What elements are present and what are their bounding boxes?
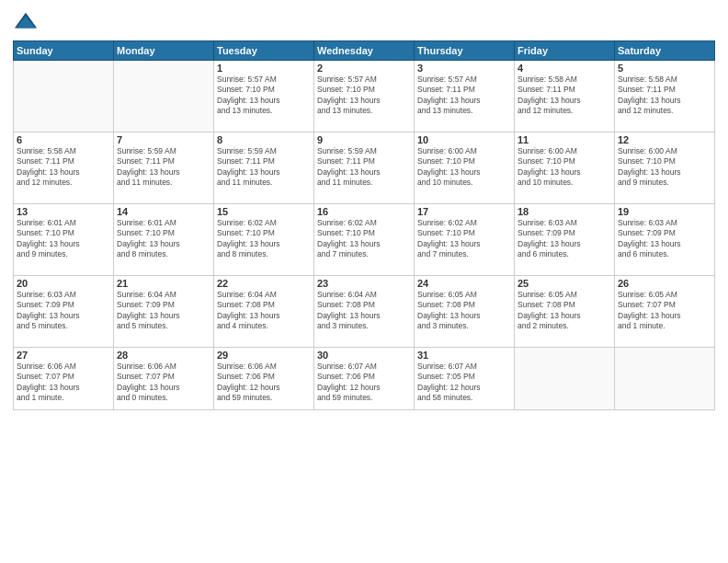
weekday-header: Sunday [14,41,114,61]
day-info: Sunrise: 5:57 AM Sunset: 7:10 PM Dayligh… [317,75,411,117]
calendar-cell: 2Sunrise: 5:57 AM Sunset: 7:10 PM Daylig… [314,61,415,132]
day-number: 19 [618,206,711,217]
calendar-cell: 6Sunrise: 5:58 AM Sunset: 7:11 PM Daylig… [14,132,114,204]
day-number: 25 [518,278,611,289]
calendar-cell: 28Sunrise: 6:06 AM Sunset: 7:07 PM Dayli… [114,348,214,410]
weekday-header-row: SundayMondayTuesdayWednesdayThursdayFrid… [14,41,715,61]
calendar-cell [615,348,715,410]
day-info: Sunrise: 5:58 AM Sunset: 7:11 PM Dayligh… [518,75,611,117]
weekday-header: Friday [515,41,615,61]
day-number: 8 [217,134,311,145]
day-number: 31 [417,350,511,361]
day-info: Sunrise: 6:05 AM Sunset: 7:08 PM Dayligh… [518,290,611,332]
calendar-cell: 8Sunrise: 5:59 AM Sunset: 7:11 PM Daylig… [214,132,314,204]
day-info: Sunrise: 6:03 AM Sunset: 7:09 PM Dayligh… [17,290,110,332]
logo-icon [13,9,39,35]
calendar-cell: 10Sunrise: 6:00 AM Sunset: 7:10 PM Dayli… [415,132,515,204]
day-number: 22 [217,278,311,289]
day-info: Sunrise: 6:01 AM Sunset: 7:10 PM Dayligh… [17,218,110,260]
day-number: 13 [17,206,110,217]
day-number: 4 [518,63,611,74]
day-info: Sunrise: 6:07 AM Sunset: 7:05 PM Dayligh… [417,362,511,404]
header [13,9,715,35]
weekday-header: Thursday [415,41,515,61]
day-info: Sunrise: 6:00 AM Sunset: 7:10 PM Dayligh… [618,146,711,189]
day-number: 11 [518,134,611,145]
calendar-cell: 31Sunrise: 6:07 AM Sunset: 7:05 PM Dayli… [415,348,515,410]
calendar-cell: 11Sunrise: 6:00 AM Sunset: 7:10 PM Dayli… [515,132,615,204]
day-info: Sunrise: 6:02 AM Sunset: 7:10 PM Dayligh… [217,218,311,260]
calendar-cell: 23Sunrise: 6:04 AM Sunset: 7:08 PM Dayli… [314,276,415,348]
day-number: 27 [17,350,110,361]
day-info: Sunrise: 6:06 AM Sunset: 7:07 PM Dayligh… [17,362,110,404]
day-info: Sunrise: 5:59 AM Sunset: 7:11 PM Dayligh… [217,146,311,189]
day-number: 10 [417,134,511,145]
day-info: Sunrise: 6:02 AM Sunset: 7:10 PM Dayligh… [317,218,411,260]
day-info: Sunrise: 6:03 AM Sunset: 7:09 PM Dayligh… [518,218,611,260]
page-container: SundayMondayTuesdayWednesdayThursdayFrid… [0,0,728,563]
day-number: 15 [217,206,311,217]
day-info: Sunrise: 6:00 AM Sunset: 7:10 PM Dayligh… [518,146,611,189]
day-number: 28 [117,350,210,361]
calendar-week-row: 20Sunrise: 6:03 AM Sunset: 7:09 PM Dayli… [14,276,715,348]
day-number: 26 [618,278,711,289]
day-info: Sunrise: 5:59 AM Sunset: 7:11 PM Dayligh… [317,146,411,189]
day-info: Sunrise: 6:06 AM Sunset: 7:06 PM Dayligh… [217,362,311,404]
calendar-cell: 26Sunrise: 6:05 AM Sunset: 7:07 PM Dayli… [615,276,715,348]
calendar-cell: 25Sunrise: 6:05 AM Sunset: 7:08 PM Dayli… [515,276,615,348]
day-number: 14 [117,206,210,217]
calendar-cell: 24Sunrise: 6:05 AM Sunset: 7:08 PM Dayli… [415,276,515,348]
day-info: Sunrise: 6:05 AM Sunset: 7:07 PM Dayligh… [618,290,711,332]
calendar-cell: 3Sunrise: 5:57 AM Sunset: 7:11 PM Daylig… [415,61,515,132]
calendar-week-row: 6Sunrise: 5:58 AM Sunset: 7:11 PM Daylig… [14,132,715,204]
calendar-cell: 15Sunrise: 6:02 AM Sunset: 7:10 PM Dayli… [214,204,314,276]
day-number: 6 [17,134,110,145]
day-number: 23 [317,278,411,289]
day-number: 1 [217,63,311,74]
calendar-cell: 13Sunrise: 6:01 AM Sunset: 7:10 PM Dayli… [14,204,114,276]
day-number: 30 [317,350,411,361]
day-number: 18 [518,206,611,217]
calendar-cell: 30Sunrise: 6:07 AM Sunset: 7:06 PM Dayli… [314,348,415,410]
day-info: Sunrise: 6:03 AM Sunset: 7:09 PM Dayligh… [618,218,711,260]
day-number: 12 [618,134,711,145]
day-number: 3 [417,63,511,74]
calendar-cell [14,61,114,132]
day-number: 29 [217,350,311,361]
day-number: 24 [417,278,511,289]
day-info: Sunrise: 6:04 AM Sunset: 7:09 PM Dayligh… [117,290,210,332]
day-info: Sunrise: 5:58 AM Sunset: 7:11 PM Dayligh… [17,146,110,189]
day-info: Sunrise: 6:04 AM Sunset: 7:08 PM Dayligh… [217,290,311,332]
day-number: 2 [317,63,411,74]
day-number: 17 [417,206,511,217]
weekday-header: Wednesday [314,41,415,61]
calendar-cell: 4Sunrise: 5:58 AM Sunset: 7:11 PM Daylig… [515,61,615,132]
calendar-week-row: 1Sunrise: 5:57 AM Sunset: 7:10 PM Daylig… [14,61,715,132]
calendar-cell: 16Sunrise: 6:02 AM Sunset: 7:10 PM Dayli… [314,204,415,276]
day-info: Sunrise: 6:04 AM Sunset: 7:08 PM Dayligh… [317,290,411,332]
logo [13,9,40,35]
calendar-cell [515,348,615,410]
day-number: 21 [117,278,210,289]
calendar: SundayMondayTuesdayWednesdayThursdayFrid… [13,40,715,410]
calendar-cell: 9Sunrise: 5:59 AM Sunset: 7:11 PM Daylig… [314,132,415,204]
day-number: 7 [117,134,210,145]
calendar-cell: 20Sunrise: 6:03 AM Sunset: 7:09 PM Dayli… [14,276,114,348]
day-info: Sunrise: 6:01 AM Sunset: 7:10 PM Dayligh… [117,218,210,260]
day-number: 9 [317,134,411,145]
calendar-cell: 12Sunrise: 6:00 AM Sunset: 7:10 PM Dayli… [615,132,715,204]
day-number: 5 [618,63,711,74]
calendar-cell: 14Sunrise: 6:01 AM Sunset: 7:10 PM Dayli… [114,204,214,276]
day-info: Sunrise: 5:57 AM Sunset: 7:10 PM Dayligh… [217,75,311,117]
calendar-cell: 27Sunrise: 6:06 AM Sunset: 7:07 PM Dayli… [14,348,114,410]
calendar-cell: 21Sunrise: 6:04 AM Sunset: 7:09 PM Dayli… [114,276,214,348]
weekday-header: Monday [114,41,214,61]
calendar-cell: 7Sunrise: 5:59 AM Sunset: 7:11 PM Daylig… [114,132,214,204]
day-info: Sunrise: 5:58 AM Sunset: 7:11 PM Dayligh… [618,75,711,117]
weekday-header: Saturday [615,41,715,61]
calendar-cell: 17Sunrise: 6:02 AM Sunset: 7:10 PM Dayli… [415,204,515,276]
day-info: Sunrise: 5:59 AM Sunset: 7:11 PM Dayligh… [117,146,210,189]
calendar-cell: 29Sunrise: 6:06 AM Sunset: 7:06 PM Dayli… [214,348,314,410]
day-info: Sunrise: 6:06 AM Sunset: 7:07 PM Dayligh… [117,362,210,404]
weekday-header: Tuesday [214,41,314,61]
